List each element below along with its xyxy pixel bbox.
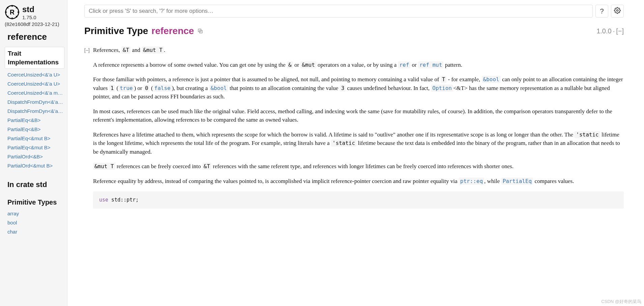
sidebar-impl-link[interactable]: PartialOrd<&mut B> <box>0 161 67 170</box>
sidebar-impl-link[interactable]: DispatchFromDyn<&'a U> <box>0 97 67 106</box>
sidebar: R std 1.75.0 (82e1608df 2023-12-21) refe… <box>0 0 67 306</box>
sidebar-prim-link[interactable]: bool <box>0 218 67 227</box>
doc-paragraph: In most cases, references can be used mu… <box>93 107 624 124</box>
sidebar-prim-link[interactable]: array <box>0 209 67 218</box>
settings-button[interactable] <box>611 5 624 18</box>
page-title: Primitive Type reference <box>84 26 203 36</box>
doc-paragraph: A reference represents a borrow of some … <box>93 61 624 69</box>
main-content: ? Primitive Type reference 1.0.0 · [−] <box>67 0 644 306</box>
page-item-heading: reference <box>0 27 67 45</box>
summary-line: References, &T and &mut T. <box>93 46 165 55</box>
doc-paragraph: Reference equality by address, instead o… <box>93 177 624 186</box>
sidebar-impl-link[interactable]: PartialOrd<&B> <box>0 152 67 161</box>
item-kind: Primitive Type <box>84 26 148 36</box>
crate-version: 1.75.0 <box>22 15 36 20</box>
collapse-all-toggle[interactable]: [−] <box>616 27 624 35</box>
doc-paragraph: &mut T references can be freely coerced … <box>93 162 624 171</box>
copy-path-icon[interactable] <box>197 26 203 36</box>
sidebar-impl-link[interactable]: PartialEq<&mut B> <box>0 143 67 152</box>
crate-name[interactable]: std <box>22 5 36 14</box>
sidebar-section-trait-impls[interactable]: Trait Implementations <box>5 47 64 69</box>
sidebar-impl-link[interactable]: PartialEq<&B> <box>0 116 67 125</box>
sidebar-impl-link[interactable]: CoerceUnsized<&'a U> <box>0 79 67 88</box>
code-example: use std::ptr; <box>93 191 624 209</box>
sidebar-impl-link[interactable]: PartialEq<&B> <box>0 125 67 134</box>
sidebar-impl-link[interactable]: DispatchFromDyn<&'a … <box>0 106 67 116</box>
help-label: ? <box>600 7 604 15</box>
in-crate-heading: In crate std <box>0 170 67 192</box>
collapse-summary-toggle[interactable]: [−] <box>84 47 90 54</box>
item-name: reference <box>151 26 194 36</box>
svg-point-10 <box>617 9 618 11</box>
rust-logo-icon: R <box>5 5 20 20</box>
sidebar-impl-link[interactable]: PartialEq<&mut B> <box>0 134 67 143</box>
primitive-types-heading: Primitive Types <box>0 192 67 209</box>
since-version: 1.0.0 <box>596 27 611 35</box>
sidebar-impl-link[interactable]: CoerceUnsized<&'a U> <box>0 70 67 79</box>
sidebar-prim-link[interactable]: char <box>0 227 67 236</box>
gear-icon <box>614 7 621 16</box>
help-button[interactable]: ? <box>595 5 608 18</box>
watermark: CSDN @好奇的菜鸟 <box>601 299 641 305</box>
build-info: (82e1608df 2023-12-21) <box>0 21 67 27</box>
search-input[interactable] <box>84 5 593 18</box>
sidebar-impl-link[interactable]: CoerceUnsized<&'a mut… <box>0 88 67 97</box>
doc-paragraph: References have a lifetime attached to t… <box>93 130 624 156</box>
doc-paragraph: For those familiar with pointers, a refe… <box>93 75 624 101</box>
svg-text:R: R <box>10 8 14 16</box>
